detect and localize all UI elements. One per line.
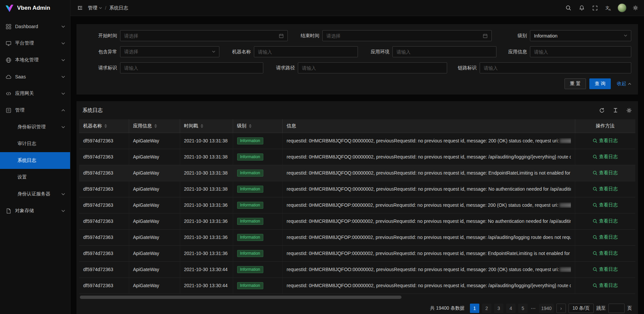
view-log-link[interactable]: 查看日志 (593, 186, 618, 192)
column-header-timestamp[interactable]: 时间戳 (180, 119, 233, 133)
cell-machine: df5974d72363 (79, 149, 129, 165)
machine-name-box[interactable] (254, 46, 358, 57)
table-row[interactable]: df5974d72363 ApiGateWay 2021-10-30 13:30… (79, 277, 635, 294)
view-log-link[interactable]: 查看日志 (593, 250, 618, 256)
sidebar-item-audit-log[interactable]: 审计日志 (0, 135, 70, 152)
reset-button[interactable]: 重 置 (565, 78, 586, 89)
sidebar-item-system-log[interactable]: 系统日志 (0, 152, 70, 169)
app-info-input[interactable] (534, 49, 627, 55)
app-environment-field: 应用环境 (371, 46, 496, 57)
sort-icon[interactable] (249, 124, 252, 128)
view-log-link[interactable]: 查看日志 (593, 138, 618, 144)
table-row[interactable]: df5974d72363 ApiGateWay 2021-10-30 13:31… (79, 165, 635, 181)
app-info-box[interactable] (530, 46, 631, 57)
scrollbar-thumb[interactable] (80, 296, 401, 299)
cell-timestamp: 2021-10-30 13:31:36 (180, 197, 233, 213)
breadcrumb-separator: / (105, 5, 106, 11)
page-5-button[interactable]: 5 (518, 304, 528, 313)
start-time-picker[interactable] (120, 30, 288, 41)
field-label: 应用信息 (508, 49, 527, 55)
table-row[interactable]: df5974d72363 ApiGateWay 2021-10-30 13:31… (79, 229, 635, 245)
view-log-link[interactable]: 查看日志 (593, 218, 618, 224)
refresh-icon[interactable] (599, 108, 605, 113)
translate-icon[interactable]: 文A (602, 0, 615, 16)
view-log-link[interactable]: 查看日志 (593, 282, 618, 289)
logo[interactable]: Vben Admin (0, 0, 70, 16)
table-row[interactable]: df5974d72363 ApiGateWay 2021-10-30 13:31… (79, 149, 635, 165)
column-header-level[interactable]: 级别 (233, 119, 282, 133)
column-settings-icon[interactable] (626, 108, 632, 113)
menu-fold-icon[interactable] (73, 0, 87, 16)
search-icon[interactable] (561, 0, 575, 16)
app-environment-box[interactable] (392, 46, 496, 57)
jump-page-input[interactable] (608, 304, 625, 313)
sidebar-item-dashboard[interactable]: Dashboard (0, 18, 70, 35)
level-badge: Information (237, 153, 263, 161)
row-height-icon[interactable] (613, 108, 618, 113)
trace-id-box[interactable] (480, 62, 631, 73)
cell-timestamp: 2021-10-30 13:30:44 (180, 261, 233, 277)
view-log-link[interactable]: 查看日志 (593, 266, 618, 272)
sidebar-item-label: 系统日志 (17, 158, 65, 164)
request-path-box[interactable] (298, 62, 447, 73)
start-time-input[interactable] (124, 33, 276, 39)
sidebar-item-saas[interactable]: Saas (0, 68, 70, 85)
end-time-input[interactable] (326, 33, 480, 39)
view-log-link[interactable]: 查看日志 (593, 234, 618, 240)
request-path-input[interactable] (302, 65, 443, 71)
sort-icon[interactable] (104, 124, 107, 128)
breadcrumb-management[interactable]: 管理 (88, 5, 102, 11)
page-ellipsis[interactable]: ••• (530, 306, 537, 310)
app-environment-input[interactable] (396, 49, 492, 55)
page-4-button[interactable]: 4 (506, 304, 516, 313)
view-log-link[interactable]: 查看日志 (593, 202, 618, 208)
sidebar-item-gateway[interactable]: 应用网关 (0, 85, 70, 102)
table-row[interactable]: df5974d72363 ApiGateWay 2021-10-30 13:31… (79, 133, 635, 149)
sidebar-item-management[interactable]: 管理 (0, 102, 70, 119)
page-size-select[interactable]: 10 条/页 (569, 304, 594, 313)
sidebar-item-object-storage[interactable]: 对象存储 (0, 202, 70, 219)
table-row[interactable]: df5974d72363 ApiGateWay 2021-10-30 13:30… (79, 261, 635, 277)
start-time-field: 开始时间 (83, 30, 288, 41)
settings-gear-icon[interactable] (629, 0, 642, 16)
cell-app: ApiGateWay (129, 277, 180, 294)
column-header-machine[interactable]: 机器名称 (79, 119, 129, 133)
sidebar-item-identity-management[interactable]: 身份标识管理 (0, 119, 70, 135)
horizontal-scrollbar[interactable] (80, 296, 635, 299)
sort-icon[interactable] (201, 124, 203, 128)
table-row[interactable]: df5974d72363 ApiGateWay 2021-10-30 13:31… (79, 245, 635, 261)
query-button[interactable]: 查 询 (589, 78, 611, 89)
view-log-link[interactable]: 查看日志 (593, 154, 618, 160)
sidebar-item-localization[interactable]: 本地化管理 (0, 52, 70, 68)
sidebar-item-label: 身份标识管理 (17, 124, 61, 130)
view-log-link[interactable]: 查看日志 (593, 170, 618, 176)
page-last-button[interactable]: 1940 (539, 304, 553, 313)
machine-name-input[interactable] (258, 49, 354, 55)
column-header-app[interactable]: 应用信息 (129, 119, 180, 133)
sort-icon[interactable] (154, 124, 157, 128)
chevron-down-icon (624, 35, 627, 37)
fullscreen-icon[interactable] (588, 0, 602, 16)
level-select[interactable]: Information (530, 30, 631, 41)
table-row[interactable]: df5974d72363 ApiGateWay 2021-10-30 13:31… (79, 197, 635, 213)
page-3-button[interactable]: 3 (494, 304, 503, 313)
collapse-link[interactable]: 收起 (617, 81, 631, 87)
user-avatar[interactable] (615, 0, 629, 16)
cell-message: requestId: 0HMCRBM8JQFOQ:00000002, previ… (282, 165, 575, 181)
end-time-picker[interactable] (322, 30, 492, 41)
cell-app: ApiGateWay (129, 165, 180, 181)
table-row[interactable]: df5974d72363 ApiGateWay 2021-10-30 13:31… (79, 181, 635, 197)
trace-id-input[interactable] (484, 65, 627, 71)
include-exception-select[interactable]: 请选择 (120, 46, 219, 57)
pagination: 共 19400 条数据 1 2 3 4 5 ••• 1940 › 10 条/页 … (76, 302, 638, 314)
sidebar-item-platform[interactable]: 平台管理 (0, 35, 70, 52)
next-page-button[interactable]: › (556, 304, 566, 313)
sidebar-item-auth-server[interactable]: 身份认证服务器 (0, 186, 70, 202)
page-2-button[interactable]: 2 (482, 304, 491, 313)
request-id-box[interactable] (120, 62, 263, 73)
request-id-input[interactable] (124, 65, 259, 71)
table-row[interactable]: df5974d72363 ApiGateWay 2021-10-30 13:31… (79, 213, 635, 229)
sidebar-item-settings[interactable]: 设置 (0, 169, 70, 186)
notification-bell-icon[interactable] (575, 0, 588, 16)
page-1-button[interactable]: 1 (470, 304, 479, 313)
